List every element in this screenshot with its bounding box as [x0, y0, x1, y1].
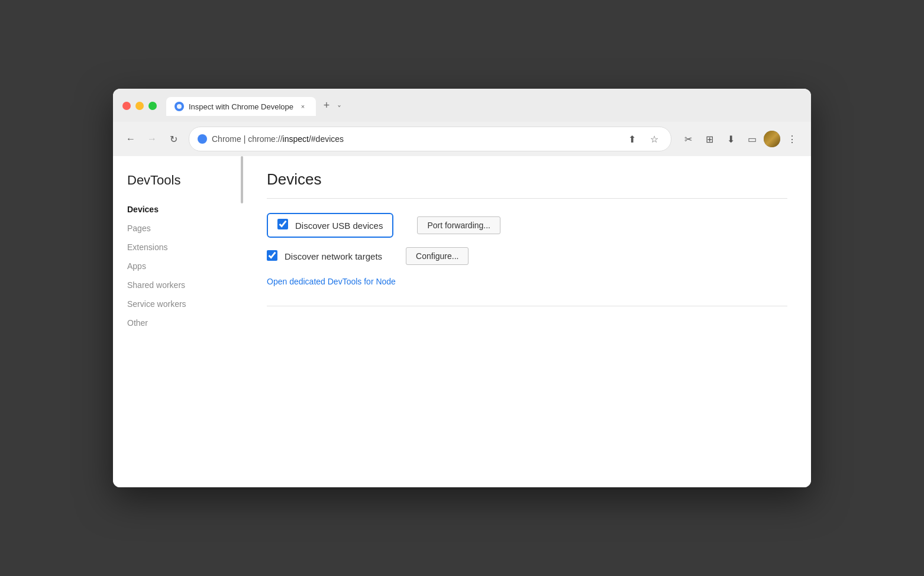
usb-option-highlighted: Discover USB devices: [267, 213, 393, 238]
url-text: Chrome | chrome://inspect/#devices: [212, 134, 619, 144]
bottom-divider: [267, 306, 787, 306]
url-actions: ⬆ ☆: [623, 131, 663, 147]
sidebar-item-apps[interactable]: Apps: [113, 257, 243, 276]
bookmark-button[interactable]: ☆: [646, 131, 663, 147]
refresh-button[interactable]: ↻: [165, 131, 182, 147]
sidebar-item-label: Apps: [127, 261, 146, 271]
sidebar-item-label: Extensions: [127, 242, 167, 252]
node-link-row: Open dedicated DevTools for Node: [267, 274, 787, 287]
close-button[interactable]: [122, 102, 131, 110]
svg-point-0: [177, 104, 182, 109]
usb-checkbox-wrapper: [277, 219, 288, 232]
avatar-image: [764, 131, 780, 147]
title-divider: [267, 198, 787, 199]
url-scheme: Chrome | chrome://: [212, 134, 283, 144]
tab-list-chevron[interactable]: ˅: [337, 104, 341, 114]
avatar[interactable]: [764, 131, 780, 147]
new-tab-button[interactable]: +: [317, 96, 336, 115]
sidebar-item-label: Devices: [127, 205, 159, 214]
browser-window: Inspect with Chrome Develope × + ˅ ← → ↻…: [113, 89, 811, 487]
title-bar: Inspect with Chrome Develope × + ˅: [113, 89, 811, 122]
download-icon[interactable]: ⬇: [721, 130, 740, 148]
url-hash: /#devices: [309, 134, 344, 144]
url-path: inspect: [283, 134, 309, 144]
tab-bar: Inspect with Chrome Develope × + ˅: [166, 96, 341, 116]
network-label-text: Discover network targets: [285, 251, 382, 261]
traffic-lights: [122, 102, 157, 110]
nav-buttons: ← → ↻: [122, 131, 182, 147]
content-area: DevTools Devices Pages Extensions Apps S…: [113, 156, 811, 487]
page-title: Devices: [267, 170, 787, 189]
sidebar-item-label: Shared workers: [127, 280, 185, 290]
tab-title: Inspect with Chrome Develope: [189, 102, 293, 111]
network-checkbox-label[interactable]: Discover network targets: [267, 250, 382, 263]
sidebar-title: DevTools: [113, 170, 243, 200]
toolbar-icons: ✂ ⊞ ⬇ ▭ ⋮: [679, 130, 802, 148]
back-button[interactable]: ←: [122, 131, 139, 147]
site-icon: [198, 134, 207, 144]
forward-button[interactable]: →: [144, 131, 160, 147]
sidebar-item-label: Other: [127, 318, 148, 328]
split-icon[interactable]: ▭: [742, 130, 761, 148]
sidebar-item-service-workers[interactable]: Service workers: [113, 295, 243, 313]
url-bar[interactable]: Chrome | chrome://inspect/#devices ⬆ ☆: [189, 127, 671, 151]
address-bar: ← → ↻ Chrome | chrome://inspect/#devices…: [113, 122, 811, 156]
minimize-button[interactable]: [135, 102, 144, 110]
sidebar: DevTools Devices Pages Extensions Apps S…: [113, 156, 243, 487]
configure-button[interactable]: Configure...: [406, 247, 469, 265]
network-checkbox-wrapper: [267, 250, 277, 263]
sidebar-scrollbar: [241, 156, 243, 203]
extensions-icon[interactable]: ⊞: [700, 130, 719, 148]
node-devtools-link[interactable]: Open dedicated DevTools for Node: [267, 277, 396, 286]
share-button[interactable]: ⬆: [623, 131, 640, 147]
maximize-button[interactable]: [148, 102, 157, 110]
tab-favicon: [175, 102, 184, 111]
menu-icon[interactable]: ⋮: [783, 130, 802, 148]
active-tab[interactable]: Inspect with Chrome Develope ×: [166, 97, 316, 116]
discover-usb-checkbox[interactable]: [277, 219, 288, 229]
options-area: Discover USB devices Port forwarding... …: [267, 213, 787, 287]
sidebar-item-shared-workers[interactable]: Shared workers: [113, 276, 243, 295]
usb-checkbox-label: Discover USB devices: [295, 221, 383, 231]
sidebar-item-label: Pages: [127, 224, 151, 233]
main-panel: Devices Discover USB devices Port forwar…: [243, 156, 811, 487]
discover-network-checkbox[interactable]: [267, 250, 277, 261]
port-forwarding-button[interactable]: Port forwarding...: [417, 216, 500, 234]
sidebar-item-other[interactable]: Other: [113, 313, 243, 332]
usb-option-row: Discover USB devices Port forwarding...: [267, 213, 787, 238]
network-option-row: Discover network targets Configure...: [267, 247, 787, 265]
sidebar-item-label: Service workers: [127, 299, 186, 309]
tab-close-button[interactable]: ×: [298, 102, 308, 111]
sidebar-item-extensions[interactable]: Extensions: [113, 238, 243, 257]
scissors-icon[interactable]: ✂: [679, 130, 697, 148]
sidebar-item-devices[interactable]: Devices: [113, 200, 243, 219]
sidebar-item-pages[interactable]: Pages: [113, 219, 243, 238]
